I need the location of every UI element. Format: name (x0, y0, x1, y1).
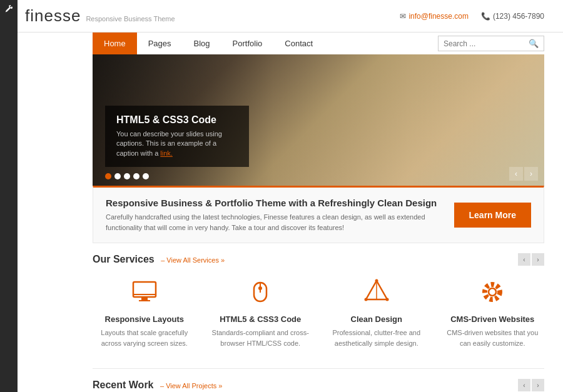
service-card-cms: CMS-Driven Websites CMS-driven websites … (441, 276, 545, 348)
services-next-arrow[interactable]: › (532, 253, 544, 266)
page-wrapper: finesse Responsive Business Theme ✉ info… (0, 0, 563, 392)
hero-caption: You can describe your slides using capti… (116, 129, 238, 158)
phone-icon: 📞 (481, 12, 490, 21)
promo-text-area: Responsive Business & Portfolio Theme wi… (106, 198, 454, 233)
logo-area: finesse Responsive Business Theme (25, 6, 175, 26)
service-card-responsive: Responsive Layouts Layouts that scale gr… (93, 276, 196, 348)
hero-dot-4[interactable] (133, 173, 139, 179)
nav-items: Home Pages Blog Portfolio Contact (93, 33, 438, 54)
hero-dot-2[interactable] (114, 173, 121, 179)
tools-icon[interactable] (0, 0, 18, 19)
svg-rect-1 (141, 297, 148, 300)
svg-point-11 (385, 298, 388, 301)
services-title: Our Services – View All Services » (93, 254, 225, 265)
phone-number: (123) 456-7890 (493, 12, 544, 21)
search-box: 🔍 (438, 36, 544, 51)
hero-caption-link[interactable]: link. (160, 149, 173, 157)
hero-title: HTML5 & CSS3 Code (116, 114, 238, 126)
services-grid: Responsive Layouts Layouts that scale gr… (93, 276, 544, 358)
recent-work-title: Recent Work – View All Projects » (93, 379, 222, 391)
promo-description: Carefully handcrafted using the latest t… (106, 212, 442, 233)
promo-bar: Responsive Business & Portfolio Theme wi… (93, 186, 544, 243)
recent-work-section: Recent Work – View All Projects » ‹ › (93, 368, 544, 392)
nav-item-home[interactable]: Home (93, 33, 137, 54)
services-header: Our Services – View All Services » ‹ › (93, 253, 544, 266)
svg-point-14 (485, 284, 500, 299)
recent-work-arrows: ‹ › (518, 379, 544, 391)
search-icon[interactable]: 🔍 (529, 39, 539, 48)
service-title-cms: CMS-Driven Websites (441, 314, 545, 324)
recent-work-prev-arrow[interactable]: ‹ (518, 379, 530, 391)
hero-prev-arrow[interactable]: ‹ (509, 167, 523, 181)
hero-dot-3[interactable] (124, 173, 130, 179)
search-input[interactable] (444, 39, 525, 48)
svg-point-12 (364, 298, 367, 301)
nav-item-blog[interactable]: Blog (183, 33, 221, 54)
services-section: Our Services – View All Services » ‹ › (93, 243, 544, 368)
nav-item-contact[interactable]: Contact (273, 33, 324, 54)
service-title-responsive: Responsive Layouts (93, 314, 196, 324)
contact-phone: 📞 (123) 456-7890 (481, 12, 544, 21)
service-desc-html5: Standards-compliant and cross-browser HT… (209, 328, 313, 348)
view-all-services-link[interactable]: – View All Services » (161, 256, 225, 264)
promo-title: Responsive Business & Portfolio Theme wi… (106, 198, 442, 208)
logo-tagline: Responsive Business Theme (86, 15, 175, 23)
services-arrows: ‹ › (518, 253, 544, 266)
service-card-html5: HTML5 & CSS3 Code Standards-compliant an… (209, 276, 313, 348)
sidebar-tools (0, 0, 18, 392)
email-icon: ✉ (400, 12, 406, 21)
hero-caption-box: HTML5 & CSS3 Code You can describe your … (105, 106, 249, 167)
nav-bar: Home Pages Blog Portfolio Contact 🔍 (0, 32, 563, 54)
service-desc-responsive: Layouts that scale gracefully across var… (93, 328, 196, 348)
service-desc-cms: CMS-driven websites that you can easily … (441, 328, 545, 348)
service-title-html5: HTML5 & CSS3 Code (209, 314, 313, 324)
logo-text: finesse (25, 6, 81, 26)
svg-point-13 (489, 288, 496, 296)
site-header: finesse Responsive Business Theme ✉ info… (0, 0, 563, 32)
nav-item-pages[interactable]: Pages (137, 33, 183, 54)
service-title-design: Clean Design (325, 314, 429, 324)
svg-point-6 (258, 286, 262, 290)
gear-icon (476, 276, 509, 308)
learn-more-button[interactable]: Learn More (454, 203, 531, 228)
email-link[interactable]: info@finesse.com (408, 12, 469, 21)
service-card-design: Clean Design Professional, clutter-free … (325, 276, 429, 348)
contact-email: ✉ info@finesse.com (400, 12, 469, 21)
svg-rect-2 (139, 300, 150, 301)
recent-work-next-arrow[interactable]: › (532, 379, 544, 391)
mouse-icon (244, 276, 276, 308)
nav-item-portfolio[interactable]: Portfolio (221, 33, 274, 54)
svg-point-10 (375, 279, 378, 283)
hero-dot-5[interactable] (143, 173, 149, 179)
service-desc-design: Professional, clutter-free and aesthetic… (325, 328, 429, 348)
hero-slider: HTML5 & CSS3 Code You can describe your … (93, 54, 544, 186)
recent-work-header: Recent Work – View All Projects » ‹ › (93, 379, 544, 391)
monitor-icon (128, 276, 161, 308)
header-contact: ✉ info@finesse.com 📞 (123) 456-7890 (400, 12, 544, 21)
hero-arrows: ‹ › (509, 167, 538, 181)
services-prev-arrow[interactable]: ‹ (518, 253, 530, 266)
hero-dots (105, 173, 149, 179)
design-icon (360, 276, 393, 308)
hero-next-arrow[interactable]: › (524, 167, 538, 181)
view-all-projects-link[interactable]: – View All Projects » (160, 382, 222, 389)
hero-dot-1[interactable] (105, 173, 111, 179)
